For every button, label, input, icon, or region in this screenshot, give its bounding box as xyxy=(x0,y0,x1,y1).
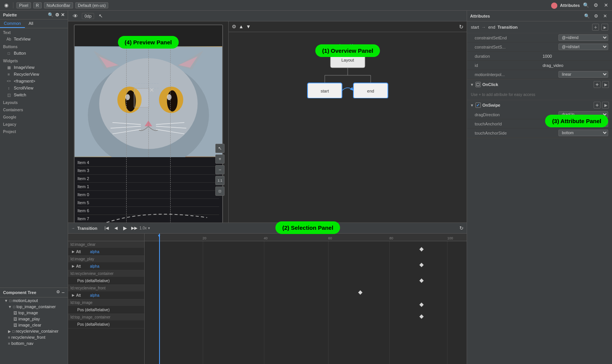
overview-icon2[interactable]: ▲ xyxy=(239,24,244,29)
attr-row-dragdirection: dragDirection dragUp xyxy=(467,110,612,119)
onswipe-toggle: ▼ xyxy=(470,103,474,107)
tree-item-motionlayout[interactable]: ▼ □ motionLayout xyxy=(0,297,68,304)
overview-icon1[interactable]: ⚙ xyxy=(232,24,236,29)
tree-item-recyclerview-front[interactable]: ≡ recyclerview_front xyxy=(0,334,68,340)
attr-section-onclick: ▼ ☐ OnClick + ▸ Use + to add attribute f… xyxy=(467,80,612,100)
track-label-3: Pos (deltaRelative) xyxy=(77,279,109,283)
onswipe-expand-btn[interactable]: ▸ xyxy=(602,102,609,109)
track-expand[interactable]: ▶ xyxy=(72,250,75,253)
cursor-tool[interactable]: ↖ xyxy=(215,144,225,153)
tree-icons: ⚙ − xyxy=(56,289,65,296)
track-row: ▶ Att alpha xyxy=(68,262,144,270)
tl-speed[interactable]: 1.0x xyxy=(140,226,147,230)
zoom-custom-btn[interactable]: ⊡ xyxy=(215,187,225,196)
transition-expand-btn[interactable]: ▸ xyxy=(601,24,608,31)
attr-value-css[interactable]: @+id/start xyxy=(558,44,608,50)
attr-close-btn[interactable]: ✕ xyxy=(601,12,609,20)
attr-search-btn[interactable]: 🔍 xyxy=(583,12,591,20)
attr-search-icon[interactable]: 🔍 xyxy=(582,2,590,9)
preview-dp-value[interactable]: 0dp xyxy=(82,13,94,19)
tl-prev-icon[interactable]: ◀ xyxy=(112,224,120,232)
cat-image-area: ∼∼∼∼∼∼∼∼∼ ∼∼∼∼∼∼∼∼∼ ✕ xyxy=(75,46,222,157)
palette-item-recyclerview[interactable]: ≡ RecyclerView xyxy=(0,71,68,78)
track-expand-3[interactable]: ▶ xyxy=(72,293,75,297)
onswipe-checkbox[interactable]: ✓ xyxy=(475,102,481,108)
zoom-in-btn[interactable]: + xyxy=(215,154,225,164)
tl-chevron-icon[interactable]: ▾ xyxy=(148,226,150,230)
timeline-refresh-icon[interactable]: ↻ xyxy=(459,225,464,231)
keyframe-image-clear-alpha[interactable] xyxy=(419,247,423,251)
tree-expand-icon[interactable]: − xyxy=(62,289,65,296)
palette-item-imageview[interactable]: ▦ ImageView xyxy=(0,64,68,71)
onswipe-header[interactable]: ▼ ✓ OnSwipe + ▸ xyxy=(467,100,612,110)
keyframe-top-image-container-pos[interactable] xyxy=(419,314,423,318)
tree-item-top-image-container[interactable]: ▼ □ top_image_container xyxy=(0,304,68,310)
pixel-dropdown[interactable]: Pixel xyxy=(16,2,31,8)
overview-refresh-icon[interactable]: ↻ xyxy=(459,24,464,30)
palette-close-icon[interactable]: ✕ xyxy=(61,12,65,18)
selection-box[interactable] xyxy=(134,88,149,107)
keyframe-rv-container-pos[interactable] xyxy=(419,278,423,283)
attr-row-id: id drag_video xyxy=(467,61,612,70)
tree-item-bottom-nav[interactable]: ≡ bottom_nav xyxy=(0,340,68,346)
timeline-playhead[interactable] xyxy=(159,234,160,364)
keyframe-top-image-pos[interactable] xyxy=(419,302,423,307)
palette-settings-icon[interactable]: ⚙ xyxy=(55,12,59,18)
onclick-header[interactable]: ▼ ☐ OnClick + ▸ xyxy=(467,80,612,89)
tl-play-icon[interactable]: ▶ xyxy=(121,224,129,232)
track-group-rv-front: Id:recyclerview_front ▶ Att alpha xyxy=(68,285,144,299)
attr-row-constraintsetstart: constraintSetS... @+id/start xyxy=(467,42,612,52)
attr-value-cse[interactable]: @+id/end xyxy=(558,34,608,41)
attributes-label: Attributes xyxy=(560,3,580,8)
keyframe-rv-front-alpha[interactable] xyxy=(358,290,362,294)
onclick-checkbox[interactable]: ☐ xyxy=(475,82,481,87)
tl-back-icon[interactable]: |◀ xyxy=(103,224,111,232)
tree-item-image-clear[interactable]: 🖼 image_clear xyxy=(0,322,68,328)
tl-forward-icon[interactable]: ▶▶ xyxy=(130,224,138,232)
onclick-expand-btn[interactable]: ▸ xyxy=(602,81,609,88)
overview-icon3[interactable]: ▼ xyxy=(246,24,251,29)
onclick-content: Use + to add attribute for easy access xyxy=(467,89,612,100)
palette-search-icon[interactable]: 🔍 xyxy=(48,12,54,18)
close-button[interactable]: ✕ xyxy=(149,86,154,94)
track-expand-2[interactable]: ▶ xyxy=(72,264,75,268)
tree-item-image-play[interactable]: 🖼 image_play xyxy=(0,316,68,322)
tree-settings-icon[interactable]: ⚙ xyxy=(56,289,60,296)
palette-item-fragment[interactable]: <> <fragment> xyxy=(0,78,68,84)
tab-all[interactable]: All xyxy=(25,20,37,28)
attr-value-mi[interactable]: linear xyxy=(558,71,608,78)
attr-settings-icon[interactable]: ⚙ xyxy=(592,2,600,9)
onclick-add-btn[interactable]: + xyxy=(594,81,601,88)
attr-settings-btn[interactable]: ⚙ xyxy=(592,12,600,20)
transition-start-label: start xyxy=(471,25,479,29)
tab-common[interactable]: Common xyxy=(0,20,25,28)
tree-item-top-image[interactable]: 🖼 top_image xyxy=(0,310,68,316)
rv-container-icon: □ xyxy=(12,329,15,333)
attr-section-transition: constraintSetEnd @+id/end constraintSetS… xyxy=(467,33,612,80)
preview-eye-icon[interactable]: 👁 xyxy=(71,12,80,20)
zoom-out-btn[interactable]: − xyxy=(215,165,225,174)
error-icon: ⬤ xyxy=(551,2,558,9)
onclick-hint: Use + to add attribute for easy access xyxy=(471,91,608,98)
timeline-ruler-area: 20 40 60 80 100 xyxy=(145,234,467,364)
palette-item-switch[interactable]: ◫ Switch xyxy=(0,91,68,98)
onswipe-add-btn[interactable]: + xyxy=(594,102,601,109)
attr-name-id: id xyxy=(475,63,540,68)
attr-value-tai[interactable]: @+id/top_image_cont xyxy=(558,120,608,127)
preview-cursor-icon[interactable]: ↖ xyxy=(96,12,105,20)
palette-item-button[interactable]: □ Button xyxy=(0,50,68,57)
palette-item-scrollview[interactable]: ↕ ScrollView xyxy=(0,84,68,91)
attr-value-tas[interactable]: bottom xyxy=(558,130,608,136)
attr-value-dd[interactable]: dragUp xyxy=(558,111,608,118)
keyframe-image-play-alpha[interactable] xyxy=(419,263,423,267)
tree-item-recyclerview-container[interactable]: ▶ □ recyclerview_container xyxy=(0,328,68,334)
attr-close-icon[interactable]: ✕ xyxy=(602,2,610,9)
noactionbar-dropdown[interactable]: NoActionBar xyxy=(44,2,73,8)
r-dropdown[interactable]: R xyxy=(33,2,42,8)
transition-add-btn[interactable]: + xyxy=(592,24,599,31)
onswipe-label: OnSwipe xyxy=(482,103,500,107)
zoom-fit-btn[interactable]: 1:1 xyxy=(215,176,225,185)
default-lang-dropdown[interactable]: Default (en-us) xyxy=(75,2,109,8)
toolbar-icon-avd[interactable]: ◉ xyxy=(2,2,10,9)
palette-item-textview[interactable]: Ab TextView xyxy=(0,36,68,42)
